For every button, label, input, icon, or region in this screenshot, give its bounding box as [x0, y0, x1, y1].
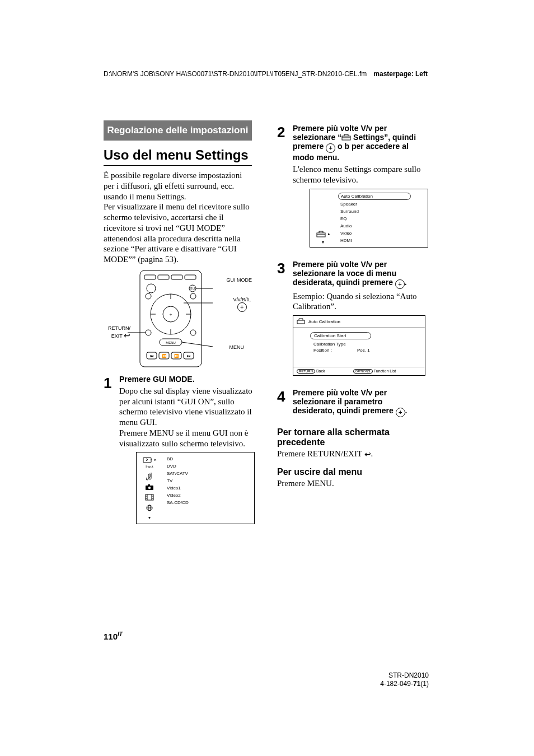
svg-text:⏩: ⏩ [174, 353, 179, 358]
step-3-desc: Esempio: Quando si seleziona “Auto Calib… [293, 291, 425, 312]
diagram-label-gui: GUI MODE [226, 277, 252, 283]
footer-model: STR-DN2010 [380, 671, 429, 680]
input-item: SAT/CATV [165, 470, 252, 477]
footer: STR-DN2010 4-182-049-71(1) [380, 671, 429, 689]
step-2-title: Premere più volte V/v per selezionare “ … [293, 124, 428, 162]
toolbox-icon [297, 318, 306, 325]
svg-rect-2 [158, 275, 169, 279]
remote-diagram: GUI + MENU [104, 268, 252, 371]
sub-heading-return: Per tornare alla schermata precedente [277, 427, 425, 448]
options-key-hint: OPTIONS [353, 369, 373, 374]
settings-item: Surround [338, 208, 425, 214]
camera-icon [145, 484, 154, 491]
right-column: 2 Premere più volte V/v per selezionare … [277, 120, 425, 524]
header-masterpage: masterpage: Left [373, 70, 428, 78]
svg-point-37 [148, 487, 151, 489]
step-4-title: Premere più volte V/v per selezionare il… [293, 388, 425, 417]
svg-rect-1 [144, 275, 156, 279]
return-icon: ↩ [364, 450, 371, 460]
music-icon [146, 472, 153, 480]
intro-text: È possibile regolare diverse impostazion… [104, 170, 252, 265]
settings-menu-box: ▸ ▾ Auto Calibration Speaker Surround EQ… [310, 189, 428, 248]
return-icon: ↩ [124, 331, 130, 340]
svg-point-21 [190, 330, 196, 335]
auto-cal-row-label: Calibration Type [313, 342, 346, 347]
settings-item: Audio [338, 223, 425, 229]
options-label: Function List [373, 369, 396, 373]
page-number: 110IT [104, 631, 123, 641]
step-1-desc: Dopo che sul display viene visualizzato … [119, 386, 255, 449]
sub-desc-return: Premere RETURN/EXIT ↩. [277, 449, 425, 460]
step-2: 2 Premere più volte V/v per selezionare … [277, 124, 425, 248]
settings-item: HDMI [338, 237, 425, 244]
step-3-num: 3 [277, 260, 293, 376]
diagram-arrows-label: V/v/B/b, [233, 297, 251, 302]
plus-icon: + [326, 143, 335, 153]
auto-cal-title: Auto Calibration [308, 319, 340, 324]
auto-calibration-box: Auto Calibration Calibration Start Calib… [293, 315, 425, 376]
svg-point-5 [147, 284, 156, 293]
input-label: Input [146, 465, 153, 468]
step-3-title: Premere più volte V/v per selezionare la… [293, 260, 425, 289]
step-3: 3 Premere più volte V/v per selezionare … [277, 260, 425, 376]
svg-rect-36 [148, 484, 150, 486]
step-1-title: Premere GUI MODE. [119, 375, 255, 384]
auto-cal-row-label: Position : [313, 348, 332, 353]
back-label: Back [316, 369, 325, 373]
header-path: D:\NORM'S JOB\SONY HA\SO0071\STR-DN2010\… [104, 70, 367, 78]
step-1: 1 Premere GUI MODE. Dopo che sul display… [104, 375, 252, 525]
plus-icon: + [396, 408, 405, 417]
plus-icon: + [237, 302, 247, 312]
svg-text:MENU: MENU [166, 341, 176, 344]
step-2-desc: L'elenco menu Settings compare sullo sch… [293, 164, 428, 185]
auto-cal-row-val: Pos. 1 [357, 348, 370, 353]
diagram-label-menu: MENU [229, 344, 245, 350]
svg-rect-3 [171, 275, 182, 279]
settings-item: Speaker [338, 201, 425, 207]
input-item: DVD [165, 463, 252, 469]
svg-text:⏮: ⏮ [149, 354, 153, 358]
input-item: Video2 [165, 492, 252, 498]
left-column: Regolazione delle impostazioni Uso del m… [104, 120, 252, 524]
svg-point-17 [146, 293, 151, 299]
svg-rect-52 [297, 320, 305, 324]
svg-text:GUI: GUI [190, 287, 195, 290]
input-item: Video1 [165, 485, 252, 491]
svg-line-24 [182, 342, 213, 347]
sub-heading-exit: Per uscire dal menu [277, 467, 425, 477]
input-item: SA-CD/CD [165, 500, 252, 506]
input-icon [143, 456, 153, 464]
diagram-label-return: RETURN/ EXIT ↩ [102, 325, 130, 340]
plus-icon: + [395, 279, 405, 289]
settings-item-selected: Auto Calibration [338, 193, 411, 200]
svg-rect-4 [185, 275, 196, 279]
svg-point-19 [146, 330, 151, 335]
auto-cal-row-selected: Calibration Start [310, 332, 371, 339]
svg-rect-38 [146, 494, 153, 500]
input-item: BD [165, 456, 252, 462]
svg-text:+: + [169, 311, 172, 317]
globe-icon [145, 504, 154, 512]
svg-text:⏭: ⏭ [186, 354, 190, 358]
input-menu-box: ▸ Input ▾ BD DVD SAT/CATV [136, 452, 255, 524]
page-title: Uso del menu Settings [104, 147, 252, 166]
film-icon [145, 494, 154, 501]
step-1-num: 1 [104, 375, 119, 525]
step-2-num: 2 [277, 124, 293, 248]
step-4-num: 4 [277, 388, 293, 419]
toolbox-icon [316, 231, 326, 237]
settings-item: EQ [338, 216, 425, 222]
step-4: 4 Premere più volte V/v per selezionare … [277, 388, 425, 419]
svg-text:⏪: ⏪ [161, 353, 166, 358]
footer-docnum: 4-182-049-71(1) [380, 680, 429, 689]
input-item: TV [165, 478, 252, 484]
section-title-bar: Regolazione delle impostazioni [104, 120, 252, 141]
return-key-hint: RETURN [297, 369, 315, 374]
settings-item: Video [338, 230, 425, 236]
sub-desc-exit: Premere MENU. [277, 478, 425, 489]
svg-point-18 [190, 293, 196, 299]
